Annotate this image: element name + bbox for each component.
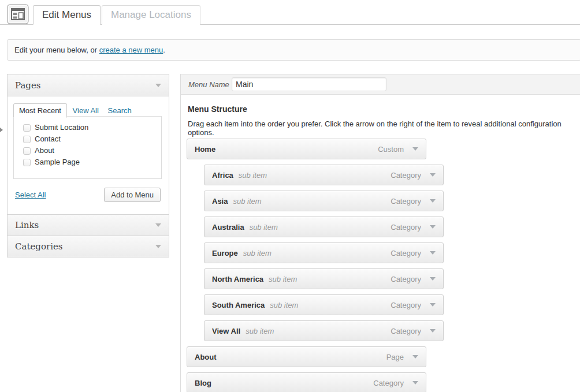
page-title: Submit Location (35, 124, 88, 132)
page-checkbox-item[interactable]: About (23, 147, 161, 155)
pages-tabs: Most Recent View All Search (13, 103, 163, 117)
pages-checklist: Submit LocationContactAboutSample Page (13, 116, 162, 179)
page-checkbox-item[interactable]: Sample Page (23, 158, 161, 166)
menu-item-south-america[interactable]: South Americasub itemCategory (204, 294, 444, 315)
chevron-down-icon[interactable] (412, 355, 418, 359)
menu-item-type: Page (386, 353, 404, 361)
chevron-down-icon[interactable] (430, 329, 436, 333)
menu-item-controls: Category (391, 223, 436, 232)
menu-item-europe[interactable]: Europesub itemCategory (204, 242, 444, 263)
page-checkbox-item[interactable]: Submit Location (23, 124, 161, 132)
menu-item-type: Category (391, 171, 421, 180)
menu-item-controls: Category (391, 275, 436, 283)
menu-item-controls: Category (391, 301, 436, 309)
collapse-arrow-icon[interactable] (0, 128, 3, 132)
menu-item-view-all[interactable]: View Allsub itemCategory (204, 320, 444, 341)
sub-item-label: sub item (243, 249, 272, 257)
tab-manage-locations[interactable]: Manage Locations (102, 5, 200, 25)
accordion-links-title: Links (15, 220, 39, 230)
page-title: Contact (35, 135, 61, 143)
chevron-down-icon[interactable] (430, 173, 436, 177)
menu-item-title: Asia (212, 197, 228, 206)
chevron-down-icon[interactable] (430, 251, 436, 255)
sub-item-label: sub item (233, 197, 261, 206)
menu-item-about[interactable]: AboutPage (187, 346, 426, 367)
checkbox-icon[interactable] (23, 159, 31, 166)
checkbox-icon[interactable] (23, 147, 31, 155)
menu-name-label: Menu Name (188, 80, 232, 89)
menu-item-controls: Custom (378, 145, 418, 154)
menu-item-title: About (195, 353, 217, 361)
menu-item-australia[interactable]: Australiasub itemCategory (204, 216, 444, 237)
menu-item-controls: Page (386, 353, 418, 361)
page-title: About (35, 147, 54, 155)
chevron-down-icon[interactable] (412, 147, 418, 151)
menu-item-controls: Category (373, 379, 418, 387)
menu-item-north-america[interactable]: North Americasub itemCategory (204, 268, 444, 289)
menu-item-type: Category (391, 197, 421, 206)
checkbox-icon[interactable] (23, 136, 31, 143)
menu-item-type: Category (391, 327, 421, 335)
tab-search[interactable]: Search (105, 104, 135, 117)
tab-edit-menus[interactable]: Edit Menus (33, 5, 101, 25)
sub-item-label: sub item (239, 171, 267, 180)
accordion-categories[interactable]: Categories (8, 236, 169, 257)
chevron-down-icon (155, 223, 161, 227)
menu-structure-title: Menu Structure (188, 104, 247, 114)
menu-structure-list: HomeCustomAfricasub itemCategoryAsiasub … (187, 139, 452, 392)
accordion-categories-title: Categories (15, 241, 63, 252)
sub-item-label: sub item (246, 327, 274, 335)
menu-item-type: Category (373, 379, 404, 387)
menu-item-controls: Category (391, 249, 436, 257)
menu-item-type: Category (391, 301, 421, 309)
menu-structure-help: Drag each item into the order you prefer… (188, 120, 580, 137)
chevron-down-icon[interactable] (430, 225, 436, 229)
accordion-links[interactable]: Links (8, 214, 169, 236)
menu-item-title: North America (212, 275, 263, 283)
menu-item-title: Africa (212, 171, 233, 180)
chevron-down-icon (155, 84, 161, 87)
chevron-down-icon[interactable] (430, 277, 436, 281)
menu-item-controls: Category (391, 171, 436, 180)
menu-item-asia[interactable]: Asiasub itemCategory (204, 191, 444, 211)
menu-item-title: Europe (212, 249, 238, 257)
menu-item-type: Category (391, 275, 421, 283)
menu-item-title: Australia (212, 223, 244, 232)
chevron-down-icon[interactable] (430, 303, 436, 307)
menu-item-blog[interactable]: BlogCategory (187, 372, 426, 392)
page-checkbox-item[interactable]: Contact (23, 135, 161, 143)
notice-text: Edit your menu below, or (14, 46, 99, 54)
chevron-down-icon[interactable] (412, 381, 418, 384)
checkbox-icon[interactable] (23, 124, 31, 132)
sub-item-label: sub item (250, 223, 278, 232)
chevron-down-icon (155, 245, 161, 248)
menu-item-controls: Category (391, 327, 436, 335)
menu-item-home[interactable]: HomeCustom (187, 139, 426, 159)
menu-item-type: Category (391, 223, 421, 232)
menu-item-africa[interactable]: Africasub itemCategory (204, 165, 444, 185)
accordion-pages[interactable]: Pages (8, 74, 169, 96)
menu-item-title: South America (212, 301, 265, 309)
tab-view-all[interactable]: View All (69, 104, 102, 117)
menus-screen-icon (7, 4, 29, 25)
chevron-down-icon[interactable] (430, 199, 436, 203)
notice-text-end: . (163, 46, 165, 54)
menu-name-bar: Menu Name (181, 74, 580, 95)
tab-most-recent[interactable]: Most Recent (13, 103, 67, 118)
menu-item-title: View All (212, 327, 240, 335)
menu-item-controls: Category (391, 197, 436, 206)
menu-item-title: Blog (195, 379, 211, 387)
menu-editor-panel: Menu Name Menu Structure Drag each item … (180, 74, 580, 392)
select-all-link[interactable]: Select All (15, 191, 46, 199)
menu-item-title: Home (195, 145, 215, 154)
accordion-pages-title: Pages (15, 80, 41, 91)
sub-item-label: sub item (269, 275, 297, 283)
menu-item-type: Category (391, 249, 421, 257)
pages-actions: Select All Add to Menu (15, 188, 161, 202)
add-to-menu-button[interactable]: Add to Menu (104, 188, 161, 202)
menu-name-input[interactable] (232, 77, 386, 91)
sub-item-label: sub item (270, 301, 298, 309)
pages-panel-body: Most Recent View All Search Submit Locat… (8, 96, 169, 214)
create-new-menu-link[interactable]: create a new menu (99, 46, 163, 54)
notice-bar: Edit your menu below, or create a new me… (7, 39, 580, 61)
